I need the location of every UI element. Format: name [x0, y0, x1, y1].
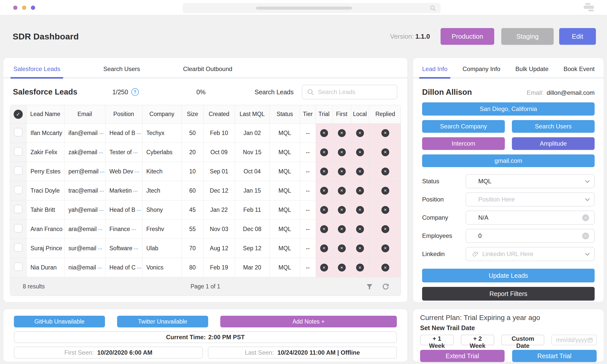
tab-lead-info[interactable]: Lead Info: [422, 65, 447, 78]
row-checkbox[interactable]: [14, 128, 23, 136]
add-notes-button[interactable]: Add Notes +: [220, 316, 397, 327]
truncated-ellipsis[interactable]: …: [97, 264, 102, 269]
truncated-ellipsis[interactable]: …: [133, 187, 138, 193]
clear-icon[interactable]: ✕: [582, 214, 589, 221]
replied-unavailable-icon: ✕: [381, 225, 389, 233]
first-unavailable-icon: ✕: [338, 264, 346, 271]
cell-email: zak@email…: [64, 143, 105, 162]
restart-trial-button[interactable]: Restart Trial: [512, 350, 597, 362]
tab-clearbit-outbound[interactable]: Clearbit Outbound: [183, 65, 232, 78]
window-dot-close[interactable]: [13, 6, 17, 10]
menu-icon[interactable]: [584, 3, 595, 12]
cell-first-flag: ✕: [332, 200, 351, 219]
row-checkbox[interactable]: [14, 147, 23, 156]
status-select[interactable]: MQL: [466, 174, 595, 188]
amplitude-button[interactable]: Amplitude: [512, 137, 595, 150]
local-unavailable-icon: ✕: [356, 244, 364, 252]
cell-local-flag: ✕: [351, 123, 369, 143]
filter-icon[interactable]: [366, 283, 373, 290]
truncated-ellipsis[interactable]: …: [134, 245, 139, 250]
intercom-button[interactable]: Intercom: [422, 137, 505, 150]
trial-unavailable-icon: ✕: [320, 244, 328, 252]
local-unavailable-icon: ✕: [356, 264, 364, 271]
date-input[interactable]: mm/dd/yyyy: [551, 335, 597, 345]
custom-date-button[interactable]: Custom Date: [501, 335, 544, 345]
truncated-ellipsis[interactable]: …: [99, 130, 104, 135]
truncated-ellipsis[interactable]: …: [99, 187, 104, 193]
cell-trial-flag: ✕: [316, 181, 332, 200]
row-checkbox[interactable]: [14, 186, 23, 194]
trial-unavailable-icon: ✕: [320, 225, 328, 233]
tab-book-event[interactable]: Book Event: [563, 65, 595, 78]
cell-name: Suraj Prince: [26, 239, 64, 258]
refresh-icon[interactable]: [382, 283, 389, 290]
tab-company-info[interactable]: Company Info: [463, 65, 500, 78]
truncated-ellipsis[interactable]: …: [100, 168, 105, 173]
search-company-button[interactable]: Search Company: [422, 120, 505, 133]
truncated-ellipsis[interactable]: …: [137, 207, 142, 212]
cell-status: MQL: [270, 200, 300, 219]
linkedin-input[interactable]: Linkedin URL Here: [466, 247, 595, 261]
row-checkbox[interactable]: [14, 262, 23, 271]
tab-bulk-update[interactable]: Bulk Update: [515, 65, 549, 78]
domain-button[interactable]: gmail.com: [422, 154, 595, 167]
first-unavailable-icon: ✕: [338, 244, 346, 252]
tab-salesforce-leads[interactable]: Salesforce Leads: [13, 65, 60, 78]
row-checkbox[interactable]: [14, 243, 23, 252]
truncated-ellipsis[interactable]: …: [98, 226, 103, 231]
cell-first-flag: ✕: [332, 123, 351, 143]
lead-info-panel: Lead Info Company Info Bulk Update Book …: [413, 58, 604, 302]
row-checkbox[interactable]: [14, 205, 23, 213]
status-label: Status: [422, 178, 466, 185]
plus-2-week-button[interactable]: + 2 Week: [461, 335, 494, 345]
cell-first-flag: ✕: [332, 143, 351, 162]
production-button[interactable]: Production: [441, 28, 494, 45]
plus-1-week-button[interactable]: + 1 Week: [420, 335, 454, 345]
cell-position: Head of B…: [105, 123, 142, 143]
clear-icon[interactable]: ✕: [582, 233, 589, 239]
report-filters-button[interactable]: Report Filters: [422, 287, 595, 301]
cell-email: sur@email…: [64, 239, 105, 258]
update-leads-button[interactable]: Update Leads: [422, 269, 595, 282]
truncated-ellipsis[interactable]: …: [99, 149, 104, 154]
search-users-button[interactable]: Search Users: [512, 120, 595, 133]
truncated-ellipsis[interactable]: …: [133, 149, 138, 154]
extend-trial-button[interactable]: Extend Trial: [420, 350, 505, 362]
select-all-checkbox[interactable]: ✓: [10, 105, 26, 123]
location-button[interactable]: San Diego, California: [422, 102, 595, 116]
tab-search-users[interactable]: Search Users: [103, 65, 140, 78]
first-unavailable-icon: ✕: [338, 206, 346, 214]
window-dot-minimize[interactable]: [22, 6, 26, 10]
position-select[interactable]: Position Here: [466, 192, 595, 207]
edit-button[interactable]: Edit: [559, 28, 596, 45]
staging-button[interactable]: Staging: [501, 28, 554, 45]
truncated-ellipsis[interactable]: …: [99, 207, 104, 212]
column-header-company: Company: [142, 105, 182, 123]
chevron-down-icon: [585, 196, 590, 201]
truncated-ellipsis[interactable]: …: [137, 130, 142, 135]
help-icon[interactable]: ?: [131, 88, 139, 96]
truncated-ellipsis[interactable]: …: [98, 245, 103, 250]
table-row: Suraj Princesur@email…Software…Ulab70Aug…: [10, 239, 401, 258]
truncated-ellipsis[interactable]: …: [131, 226, 136, 231]
cell-status: MQL: [270, 258, 300, 277]
cell-company: Shony: [142, 200, 182, 219]
leads-search-input[interactable]: [318, 88, 386, 96]
column-header-tier: Tier: [300, 105, 316, 123]
twitter-button[interactable]: Twitter Unavailable: [117, 316, 208, 327]
cell-status: MQL: [270, 239, 300, 258]
table-row: Traci Doyletrac@email…Marketin…Jtech60De…: [10, 181, 401, 200]
company-input[interactable]: N/A ✕: [466, 211, 595, 225]
employees-input[interactable]: 0 ✕: [466, 229, 595, 243]
row-checkbox[interactable]: [14, 166, 23, 175]
github-button[interactable]: GitHub Unavailable: [14, 316, 105, 327]
search-icon: [307, 88, 314, 96]
row-checkbox[interactable]: [14, 224, 23, 233]
lead-name: Dillon Allison: [422, 88, 472, 97]
window-dot-maximize[interactable]: [31, 6, 35, 10]
cell-position: Head of C…: [105, 258, 142, 277]
truncated-ellipsis[interactable]: …: [135, 168, 140, 173]
truncated-ellipsis[interactable]: …: [137, 264, 142, 269]
table-row: Ifan Mccartyifan@email…Head of B…Techyx5…: [10, 123, 401, 143]
address-bar[interactable]: [183, 3, 441, 13]
